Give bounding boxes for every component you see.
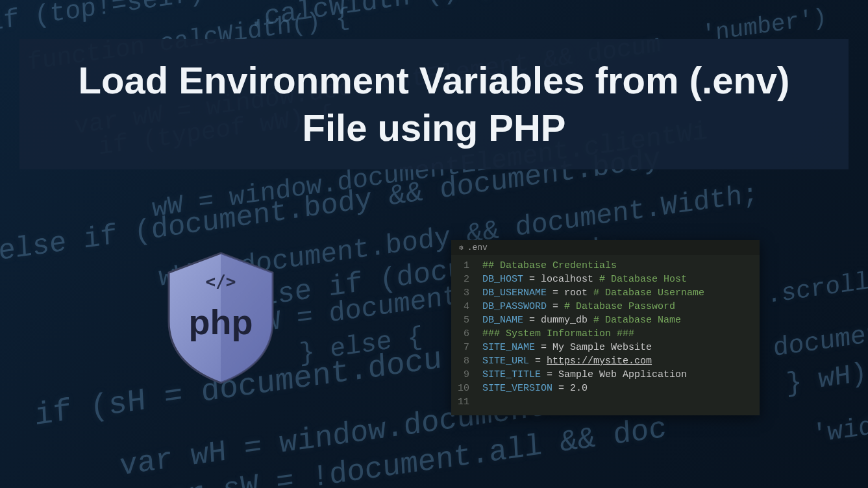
code-line: SITE_NAME = My Sample Website xyxy=(482,341,752,354)
gear-icon: ⚙ xyxy=(459,243,464,252)
php-logo: </> php xyxy=(162,250,279,386)
line-number: 10 xyxy=(458,382,469,395)
background-code-line: .scrollHe xyxy=(766,263,868,310)
line-number: 1 xyxy=(458,259,469,273)
line-number: 5 xyxy=(458,313,469,327)
line-number: 2 xyxy=(458,273,469,286)
code-editor: ⚙ .env 1234567891011 ## Database Credent… xyxy=(451,240,760,415)
code-line: ## Database Credentials xyxy=(482,259,752,273)
php-text: php xyxy=(189,302,253,341)
code-line: DB_HOST = localhost # Database Host xyxy=(482,273,752,286)
line-number: 4 xyxy=(458,300,469,313)
code-line: SITE_TITLE = Sample Web Application xyxy=(482,368,752,382)
line-number: 6 xyxy=(458,327,469,341)
code-line: DB_USERNAME = root # Database Username xyxy=(482,286,752,300)
code-tag-icon: </> xyxy=(206,272,236,291)
editor-filename: .env xyxy=(467,243,488,252)
background-code-line: 'widt xyxy=(811,410,868,450)
shield-icon: </> php xyxy=(162,250,279,386)
line-number: 11 xyxy=(458,395,469,409)
code-line: DB_PASSWORD = # Database Password xyxy=(482,300,752,313)
editor-tab: ⚙ .env xyxy=(451,240,760,255)
background-code-line: document. xyxy=(773,315,868,363)
line-number: 9 xyxy=(458,368,469,382)
editor-body: 1234567891011 ## Database CredentialsDB_… xyxy=(451,255,760,415)
background-code-line: } wH) xyxy=(785,358,867,400)
code-line: SITE_VERSION = 2.0 xyxy=(482,382,752,395)
line-number: 3 xyxy=(458,286,469,300)
line-number: 8 xyxy=(458,354,469,368)
code-content: ## Database CredentialsDB_HOST = localho… xyxy=(476,255,760,415)
code-line: ### System Information ### xyxy=(482,327,752,341)
code-line: DB_NAME = dummy_db # Database Name xyxy=(482,313,752,327)
title-banner: Load Environment Variables from (.env) F… xyxy=(19,39,849,169)
line-numbers: 1234567891011 xyxy=(451,255,476,415)
line-number: 7 xyxy=(458,341,469,354)
page-title: Load Environment Variables from (.env) F… xyxy=(45,57,823,151)
code-line: SITE_URL = https://mysite.com xyxy=(482,354,752,368)
